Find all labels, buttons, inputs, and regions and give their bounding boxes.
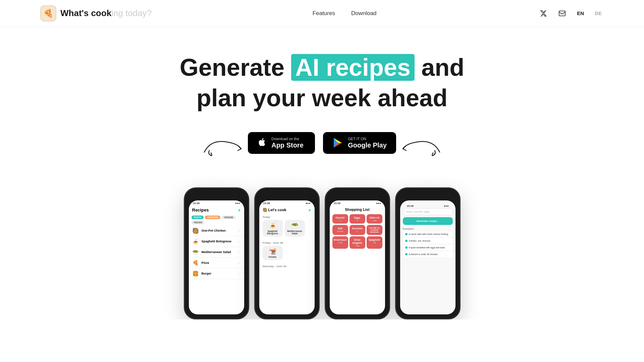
store-buttons-section: Download on the App Store GET IT ON Goog… xyxy=(248,132,396,154)
logo-text: What's cooking today? xyxy=(60,8,152,18)
arrow-left-decoration xyxy=(201,132,245,159)
lang-en[interactable]: EN xyxy=(575,9,586,17)
shopping-item: Carrots 1 xyxy=(332,214,348,224)
ai-ingredient-input: carrot, zucchini, eggs xyxy=(403,208,453,215)
phone-notch-4 xyxy=(416,192,439,198)
shopping-item: Zucchini 1 xyxy=(350,225,365,235)
nav-links: Features Download xyxy=(313,10,377,17)
shopping-item: Eggs 2 xyxy=(350,214,365,224)
phone-notch-2 xyxy=(275,192,299,198)
googleplay-text: GET IT ON Google Play xyxy=(348,137,387,149)
shopping-item: Salt 1/2 tsp xyxy=(332,225,348,235)
recipe-item: 🍕 Pizza ··· xyxy=(189,258,244,268)
appstore-text: Download on the App Store xyxy=(271,137,304,149)
google-play-icon xyxy=(332,137,343,148)
shopping-item: Spaghetti 1 lb xyxy=(367,236,382,249)
nav-download[interactable]: Download xyxy=(351,10,377,17)
phone-notch-1 xyxy=(205,192,228,198)
phones-section: 15:38 ●●● Recipes + PASTA CHICKEN VEGGIE… xyxy=(0,174,644,319)
appstore-button[interactable]: Download on the App Store xyxy=(248,132,315,154)
arrow-right-decoration xyxy=(399,132,443,159)
googleplay-button[interactable]: GET IT ON Google Play xyxy=(323,132,396,154)
phone-notch-3 xyxy=(345,192,369,198)
recipe-item: 🥗 Mediterranean Salad ··· xyxy=(189,247,244,258)
phone-meal-plan: 15:38 ●●● 🥘 Let's cook + Today 🍝 Spaghet… xyxy=(252,187,322,319)
mail-icon[interactable] xyxy=(556,7,568,19)
phone-shopping: 15:39 ●●● Shopping List Carrots 1 Eggs 2… xyxy=(322,187,392,319)
phone-recipes: 15:38 ●●● Recipes + PASTA CHICKEN VEGGIE… xyxy=(181,187,252,319)
ai-example-item: Chicken, rice, broccoli. xyxy=(403,238,453,244)
hero-section: Generate AI recipes and plan your week a… xyxy=(0,27,644,174)
navbar: 🍕 What's cooking today? Features Downloa… xyxy=(0,0,644,27)
logo[interactable]: 🍕 What's cooking today? xyxy=(40,5,152,21)
lang-de[interactable]: DE xyxy=(593,9,604,17)
twitter-icon[interactable] xyxy=(537,7,549,19)
ai-highlight: AI recipes xyxy=(291,54,415,81)
shopping-item: Can (28 oz) crushed tomatoes xyxy=(367,225,382,235)
hero-title: Generate AI recipes and plan your week a… xyxy=(180,54,464,112)
logo-icon: 🍕 xyxy=(40,5,56,21)
recipe-item: 🥘 One-Pot Chicken ··· xyxy=(189,226,244,236)
ai-generate-button: Generate recipe... xyxy=(403,217,453,225)
nav-right: EN DE xyxy=(537,7,604,19)
recipe-item: 🍝 Spaghetti Bolognese ··· xyxy=(189,236,244,247)
recipe-item: 🍔 Burger ··· xyxy=(189,268,244,279)
svg-rect-0 xyxy=(559,11,565,16)
ai-example-item: A dessert in under 30 minutes. xyxy=(403,251,453,257)
shopping-item: Dried basil 1 tsp xyxy=(332,236,348,249)
shopping-item: Dried oregano 1 tsp xyxy=(350,236,365,249)
shopping-item: Olive oil 1 tsp xyxy=(367,214,382,224)
ai-example-item: A carrot cake with cream cheese frosting… xyxy=(403,231,453,237)
ai-example-item: A quick breakfast with eggs and toast. xyxy=(403,245,453,250)
nav-features[interactable]: Features xyxy=(313,10,335,17)
apple-icon xyxy=(257,137,267,148)
phone-ai-generate: 15:39 ●●● carrot, zucchini, eggs Generat… xyxy=(392,187,463,319)
